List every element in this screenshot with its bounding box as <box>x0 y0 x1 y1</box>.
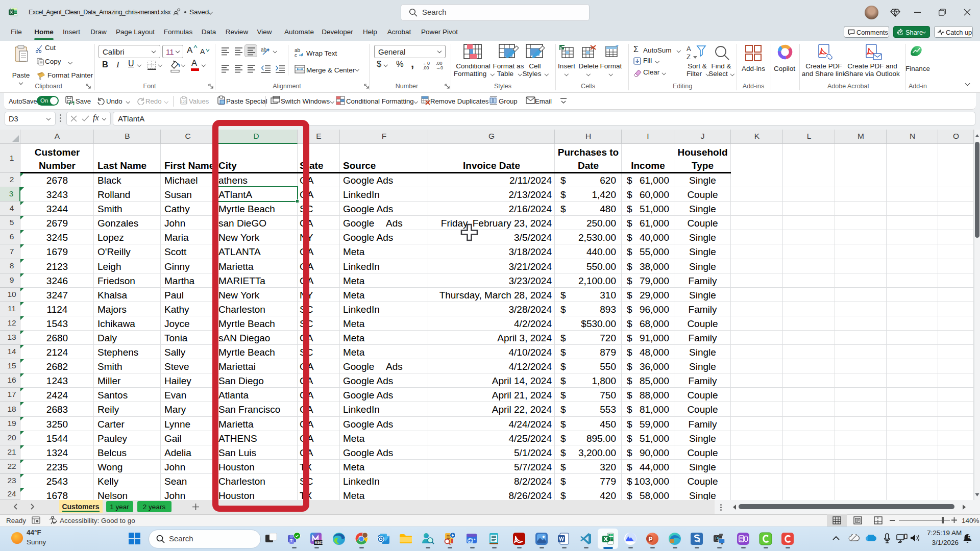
svg-text:→0: →0 <box>436 65 443 70</box>
svg-text:c: c <box>295 53 297 58</box>
svg-text:M365: M365 <box>315 541 324 544</box>
svg-text:P: P <box>649 536 653 543</box>
svg-text:Z: Z <box>687 53 691 61</box>
svg-text:T: T <box>290 538 292 543</box>
svg-text:ab: ab <box>261 47 267 53</box>
svg-text:123: 123 <box>181 100 187 104</box>
svg-text:Z: Z <box>968 536 971 539</box>
svg-text:A: A <box>687 45 691 53</box>
svg-text:.00: .00 <box>423 65 429 70</box>
